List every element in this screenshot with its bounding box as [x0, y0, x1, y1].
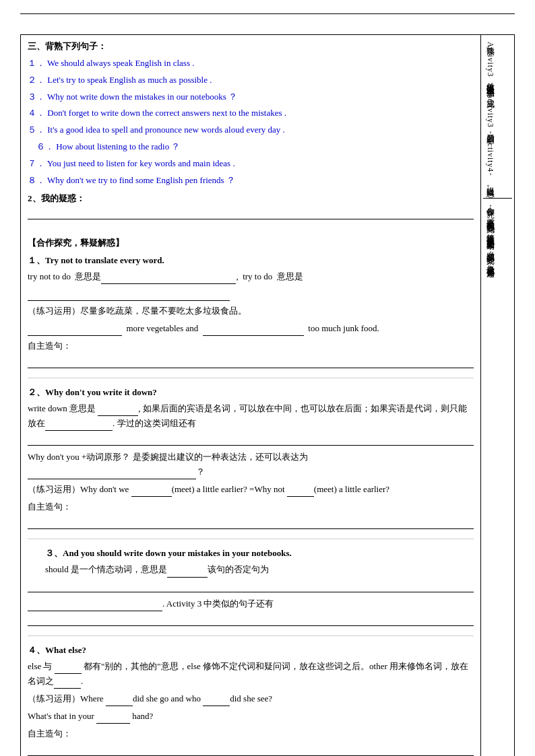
- sentence-6-text: How about listening to the radio ？: [56, 141, 180, 151]
- sentence-7-text: You just need to listen for key words an…: [47, 158, 235, 168]
- item4-header: ４、What else?: [28, 644, 474, 656]
- sentence-5-text: It's a good idea to spell and pronounce …: [47, 125, 285, 135]
- item1-zizao-line: [28, 357, 474, 368]
- item2-line2: [28, 435, 474, 446]
- right-sidebar: 熟读Activity3总结出短语以及重点句子，完成activity3后的习题，a…: [481, 34, 515, 756]
- sentence-1-num: １．: [28, 58, 45, 68]
- item4-field2[interactable]: [54, 679, 81, 689]
- my-doubts: 2、我的疑惑：: [28, 193, 474, 205]
- item3-field1[interactable]: [167, 568, 208, 578]
- item-block-1: １、Try not to translate every word. try n…: [28, 254, 474, 378]
- sentence-2-num: ２．: [28, 75, 45, 85]
- item4-field4[interactable]: [203, 697, 230, 706]
- item3-line2: [28, 582, 474, 592]
- sidebar-section2: 合作探究，需要小组成员配合完成，等级不等成员之间要互相帮助，对完成的探究案，每个…: [483, 199, 512, 267]
- sentence-4-text: Don't forget to write down the correct a…: [47, 108, 286, 118]
- item1-line1: try not to do 意思是, try to do 意思是: [28, 269, 474, 284]
- item2-zizao-label: 自主造句：: [28, 500, 474, 514]
- item-block-2: ２、Why don't you write it down? write dow…: [28, 386, 474, 540]
- item2-header: ２、Why don't you write it down?: [28, 386, 474, 399]
- item2-field3[interactable]: [28, 470, 196, 479]
- item4-zizao-label: 自主造句：: [28, 726, 474, 741]
- item2-zizao-line: [28, 518, 474, 529]
- item4-line3: What's that in your hand?: [28, 709, 474, 724]
- item1-line2: [28, 285, 474, 300]
- item2-practice: （练习运用）Why don't we (meet) a little earli…: [28, 482, 474, 497]
- item1-practice: （练习运用）尽量多吃蔬菜，尽量不要吃太多垃圾食品。: [28, 304, 474, 318]
- sentence-4-num: ４．: [28, 108, 45, 118]
- item2-field4[interactable]: [131, 487, 172, 497]
- sentence-8: ８． Why don't we try to find some English…: [28, 174, 474, 188]
- page: 三、背熟下列句子： １． We should always speak Engl…: [0, 0, 535, 756]
- sentence-3-num: ３．: [28, 92, 45, 102]
- item4-field5[interactable]: [96, 714, 130, 724]
- item2-line1: write down 意思是 , 如果后面的宾语是名词，可以放在中间，也可以放在…: [28, 401, 474, 431]
- main-container: 三、背熟下列句子： １． We should always speak Engl…: [20, 34, 515, 756]
- item2-field1[interactable]: [98, 407, 138, 416]
- sidebar-section1: 熟读Activity3总结出短语以及重点句子，完成activity3后的习题，a…: [483, 38, 512, 199]
- item1-header: １、Try not to translate every word.: [28, 254, 474, 267]
- item-block-4: ４、What else? else 与 都有"别的，其他的"意思，else 修饰…: [28, 644, 474, 756]
- section3-title: 三、背熟下列句子：: [28, 40, 474, 53]
- sentence-6-num: ６．: [28, 140, 54, 154]
- sentence-7: ７． You just need to listen for key words…: [28, 157, 474, 171]
- sentence-8-num: ８．: [28, 175, 45, 185]
- sentence-3-text: Why not write down the mistakes in our n…: [47, 92, 237, 102]
- item2-field5[interactable]: [287, 487, 314, 497]
- sentence-5: ５． It's a good idea to spell and pronoun…: [28, 123, 474, 137]
- item3-field2[interactable]: [28, 602, 162, 611]
- sentence-3: ３． Why not write down the mistakes in ou…: [28, 90, 474, 104]
- item1-practice-fill: more vegetables and too much junk food.: [28, 321, 474, 336]
- sentence-6: ６． How about listening to the radio ？: [28, 140, 474, 154]
- item4-practice: （练习运用）Where did she go and who did she s…: [28, 691, 474, 706]
- sentence-list: １． We should always speak English in cla…: [28, 57, 474, 187]
- item1-field3[interactable]: [28, 327, 122, 336]
- sentence-8-text: Why don't we try to find some English pe…: [47, 175, 235, 185]
- item2-line3: Why don't you +动词原形？ 是委婉提出建议的一种表达法，还可以表达…: [28, 450, 474, 479]
- sentence-7-num: ７．: [28, 158, 45, 168]
- sidebar-text1: 熟读Activity3总结出短语以及重点句子，完成activity3后的习题，a…: [484, 40, 497, 193]
- item2-field2[interactable]: [45, 421, 113, 431]
- sentence-1: １． We should always speak English in cla…: [28, 57, 474, 71]
- item3-header: ３、And you should write down your mistake…: [28, 547, 474, 559]
- sentence-4: ４． Don't forget to write down the correc…: [28, 106, 474, 121]
- item4-line1: else 与 都有"别的，其他的"意思，else 修饰不定代词和疑问词，放在这些…: [28, 659, 474, 689]
- sidebar-text2: 合作探究，需要小组成员配合完成，等级不等成员之间要互相帮助，对完成的探究案，每个…: [484, 201, 497, 265]
- coop-title: 【合作探究，释疑解惑】: [28, 237, 474, 249]
- item3-line1: should 是一个情态动词，意思是该句的否定句为: [28, 562, 474, 577]
- item1-field2[interactable]: [28, 291, 230, 301]
- sentence-1-text: We should always speak English in class …: [47, 58, 194, 68]
- left-content: 三、背熟下列句子： １． We should always speak Engl…: [20, 34, 481, 756]
- top-border: [20, 13, 515, 14]
- item3-line4: [28, 615, 474, 626]
- item4-field3[interactable]: [106, 697, 133, 706]
- sentence-2-text: Let's try to speak English as much as po…: [47, 75, 212, 85]
- coop-section: 【合作探究，释疑解惑】 １、Try not to translate every…: [28, 237, 474, 756]
- item1-field4[interactable]: [203, 327, 304, 336]
- item1-zizao-label: 自主造句：: [28, 339, 474, 353]
- sentence-5-num: ５．: [28, 125, 45, 135]
- doubts-line1: [28, 209, 474, 219]
- item4-zizao-line: [28, 745, 474, 756]
- item3-line3: . Activity 3 中类似的句子还有: [28, 596, 474, 611]
- item4-field1[interactable]: [55, 664, 82, 674]
- sentence-2: ２． Let's try to speak English as much as…: [28, 73, 474, 88]
- item1-field1[interactable]: [101, 275, 236, 284]
- item-block-3: ３、And you should write down your mistake…: [28, 547, 474, 635]
